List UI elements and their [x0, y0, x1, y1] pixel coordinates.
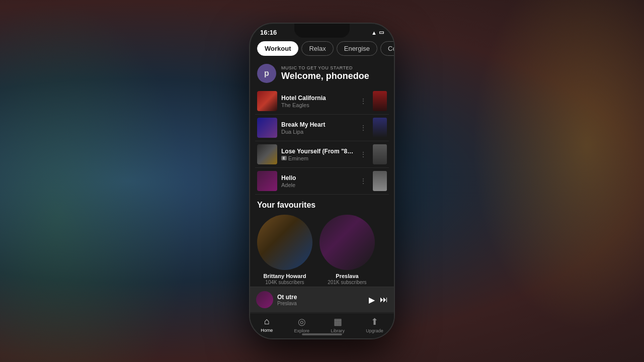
skip-next-icon[interactable]: ⏭: [380, 295, 388, 304]
battery-icon: ▭: [379, 29, 384, 36]
status-time: 16:16: [260, 29, 277, 36]
list-item[interactable]: Hotel California The Eagles ⋮: [255, 88, 389, 115]
song-title: Break My Heart: [281, 121, 354, 128]
bg-right-decoration: [453, 0, 644, 362]
upgrade-icon: ⬆: [371, 316, 378, 327]
list-item[interactable]: Brittany Howard 104K subscribers: [257, 215, 312, 285]
song-menu-button[interactable]: ⋮: [358, 150, 369, 158]
nav-label-upgrade: Upgrade: [366, 328, 383, 333]
song-info: Hotel California The Eagles: [281, 95, 354, 108]
mini-player-thumbnail: [256, 291, 273, 308]
nav-label-home: Home: [261, 328, 273, 333]
mini-player-info: Ot utre Preslava: [277, 294, 365, 306]
song-mini-thumb: [373, 118, 387, 138]
sidebar-item-explore[interactable]: ◎ Explore: [294, 316, 310, 333]
song-artist: E Eminem: [281, 155, 354, 161]
nav-label-library: Library: [331, 328, 345, 333]
bg-left-decoration: [0, 0, 191, 362]
song-mini-thumb: [373, 91, 387, 111]
list-item[interactable]: Lose Yourself (From "8 Mile" Soundtrack)…: [255, 141, 389, 168]
song-artist: The Eagles: [281, 102, 354, 108]
artist-name: Preslava: [319, 273, 375, 279]
favourites-section: Your favourites Brittany Howard 104K sub…: [250, 195, 394, 289]
song-menu-button[interactable]: ⋮: [358, 97, 369, 105]
explicit-badge: E: [281, 156, 287, 160]
song-title: Hello: [281, 174, 354, 182]
list-item[interactable]: Hello Adele ⋮: [255, 168, 389, 195]
song-title: Hotel California: [281, 95, 354, 102]
section-title: Your favourites: [257, 201, 387, 210]
song-mini-thumb: [373, 171, 387, 191]
artist-name: Brittany Howard: [257, 273, 312, 279]
song-thumbnail: [257, 118, 277, 138]
screen: 16:16 ▲ ▭ Workout Relax Energise Commute…: [250, 24, 394, 338]
tab-commute[interactable]: Commute: [380, 41, 394, 56]
song-menu-button[interactable]: ⋮: [358, 177, 369, 185]
explore-icon: ◎: [298, 316, 306, 327]
tab-relax[interactable]: Relax: [301, 41, 333, 56]
song-menu-button[interactable]: ⋮: [358, 124, 369, 132]
status-icons: ▲ ▭: [371, 29, 384, 36]
song-info: Hello Adele: [281, 174, 354, 188]
song-thumbnail: [257, 171, 277, 191]
welcome-title: Welcome, phonedoe: [281, 71, 369, 81]
welcome-subtitle: MUSIC TO GET YOU STARTED: [281, 65, 369, 70]
phone-notch: [294, 24, 350, 38]
artist-avatar: [257, 215, 312, 270]
sidebar-item-home[interactable]: ⌂ Home: [261, 316, 273, 333]
avatar: p: [257, 64, 276, 83]
song-artist: Adele: [281, 182, 354, 188]
favourites-row: Brittany Howard 104K subscribers Preslav…: [257, 215, 387, 285]
welcome-section: p MUSIC TO GET YOU STARTED Welcome, phon…: [250, 60, 394, 88]
sidebar-item-library[interactable]: ▦ Library: [331, 316, 345, 333]
artist-subscribers: 104K subscribers: [257, 280, 312, 285]
song-mini-thumb: [373, 144, 387, 164]
mini-player-title: Ot utre: [277, 294, 365, 301]
nav-label-explore: Explore: [294, 328, 310, 333]
song-list: Hotel California The Eagles ⋮ Break My H…: [250, 88, 394, 195]
filter-tabs: Workout Relax Energise Commute: [250, 38, 394, 60]
artist-avatar: [319, 215, 375, 270]
tab-energise[interactable]: Energise: [337, 41, 377, 56]
mini-player-controls: ▶ ⏭: [369, 295, 388, 305]
artist-subscribers: 201K subscribers: [319, 280, 375, 285]
song-info: Lose Yourself (From "8 Mile" Soundtrack)…: [281, 148, 354, 161]
phone-shell: 16:16 ▲ ▭ Workout Relax Energise Commute…: [249, 23, 395, 339]
song-thumbnail: [257, 91, 277, 111]
home-icon: ⌂: [264, 316, 270, 327]
tab-workout[interactable]: Workout: [257, 41, 298, 56]
play-icon[interactable]: ▶: [369, 295, 375, 305]
mini-player[interactable]: Ot utre Preslava ▶ ⏭: [250, 287, 394, 312]
song-thumbnail: [257, 144, 277, 164]
list-item[interactable]: Preslava 201K subscribers: [319, 215, 375, 285]
welcome-text: MUSIC TO GET YOU STARTED Welcome, phoned…: [281, 65, 369, 81]
library-icon: ▦: [334, 316, 342, 327]
sidebar-item-upgrade[interactable]: ⬆ Upgrade: [366, 316, 383, 333]
song-artist: Dua Lipa: [281, 129, 354, 135]
mini-player-artist: Preslava: [277, 301, 365, 306]
song-title: Lose Yourself (From "8 Mile" Soundtrack): [281, 148, 354, 155]
home-indicator: [302, 333, 342, 335]
song-info: Break My Heart Dua Lipa: [281, 121, 354, 135]
list-item[interactable]: Break My Heart Dua Lipa ⋮: [255, 115, 389, 141]
wifi-icon: ▲: [371, 30, 377, 36]
